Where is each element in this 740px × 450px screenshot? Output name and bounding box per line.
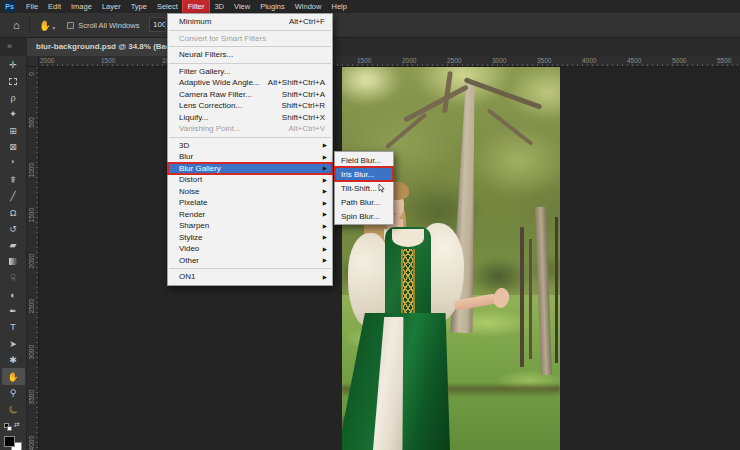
submenu-item-path-blur[interactable]: Path Blur... bbox=[335, 195, 393, 209]
menu-filter[interactable]: Filter bbox=[183, 0, 210, 13]
menu-item-sharpen[interactable]: Sharpen ▶ bbox=[168, 220, 332, 232]
photoshop-logo[interactable]: Ps bbox=[3, 1, 16, 12]
menu-item-camera-raw-filter[interactable]: Camera Raw Filter... Shift+Ctrl+A bbox=[168, 89, 332, 101]
photoshop-window: 2000 1500 1000 1500 2000 2500 3000 3500 … bbox=[0, 0, 740, 450]
menu-item-distort[interactable]: Distort ▶ bbox=[168, 174, 332, 186]
menu-separator bbox=[169, 63, 331, 64]
brush-tool[interactable]: ╱ bbox=[2, 188, 25, 204]
chevron-down-icon[interactable]: ▾ bbox=[52, 24, 55, 31]
scroll-all-windows-checkbox[interactable] bbox=[67, 22, 74, 29]
eraser-tool[interactable]: ▰ bbox=[2, 237, 25, 253]
pen-tool[interactable]: ✒ bbox=[2, 303, 25, 319]
menu-file[interactable]: File bbox=[21, 0, 43, 13]
horizontal-ruler: 2000 1500 1000 1500 2000 2500 3000 3500 … bbox=[27, 56, 740, 67]
swap-colors-icon[interactable]: ⇄ bbox=[14, 421, 20, 429]
healing-brush-tool[interactable]: ☤ bbox=[2, 172, 25, 188]
ruler-label: 3500 bbox=[537, 57, 551, 64]
lasso-tool[interactable]: ρ bbox=[2, 90, 25, 106]
scroll-all-windows-label: Scroll All Windows bbox=[78, 21, 139, 30]
submenu-item-field-blur[interactable]: Field Blur... bbox=[335, 153, 393, 167]
menu-edit[interactable]: Edit bbox=[43, 0, 66, 13]
submenu-item-iris-blur[interactable]: Iris Blur... bbox=[335, 167, 393, 181]
menu-item-other[interactable]: Other ▶ bbox=[168, 255, 332, 267]
menu-layer[interactable]: Layer bbox=[97, 0, 126, 13]
menu-image[interactable]: Image bbox=[66, 0, 97, 13]
hand-tool[interactable]: ✋ bbox=[2, 368, 25, 384]
ruler-label: 1500 bbox=[28, 208, 35, 222]
shape-tool[interactable]: ✱ bbox=[2, 352, 25, 368]
ruler-label: 1500 bbox=[101, 57, 115, 64]
menu-item-neural-filters[interactable]: Neural Filters... bbox=[168, 49, 332, 61]
hand-tool-icon[interactable]: ✋ bbox=[39, 20, 51, 31]
menu-item-shortcut: Shift+Ctrl+A bbox=[282, 90, 325, 99]
ruler-label: 2000 bbox=[402, 57, 416, 64]
menu-item-label: Spin Blur... bbox=[341, 212, 380, 221]
menu-item-label: Liquify... bbox=[179, 113, 282, 122]
photo-tree-trunk bbox=[520, 227, 524, 367]
menu-plugins[interactable]: Plugins bbox=[255, 0, 290, 13]
menu-help[interactable]: Help bbox=[326, 0, 351, 13]
menu-3d[interactable]: 3D bbox=[209, 0, 229, 13]
menu-item-blur[interactable]: Blur ▶ bbox=[168, 151, 332, 163]
menu-item-label: Stylize bbox=[179, 233, 325, 242]
photo-woman-corset-lacing bbox=[401, 249, 415, 315]
menu-item-pixelate[interactable]: Pixelate ▶ bbox=[168, 197, 332, 209]
submenu-arrow-icon: ▶ bbox=[323, 274, 327, 280]
dodge-tool[interactable]: ◐ bbox=[2, 286, 25, 302]
crop-tool[interactable]: ⊞ bbox=[2, 123, 25, 139]
type-tool[interactable]: T bbox=[2, 319, 25, 335]
menu-item-label: Field Blur... bbox=[341, 156, 381, 165]
menu-item-render[interactable]: Render ▶ bbox=[168, 209, 332, 221]
menu-item-label: Other bbox=[179, 256, 325, 265]
smudge-tool[interactable]: ☟ bbox=[2, 270, 25, 286]
menu-item-video[interactable]: Video ▶ bbox=[168, 243, 332, 255]
submenu-arrow-icon: ▶ bbox=[323, 257, 327, 263]
menu-item-shortcut: Shift+Ctrl+X bbox=[282, 113, 325, 122]
photo-woman-chemise bbox=[392, 229, 424, 247]
menu-item-lens-correction[interactable]: Lens Correction... Shift+Ctrl+R bbox=[168, 100, 332, 112]
menu-item-adaptive-wide-angle[interactable]: Adaptive Wide Angle... Alt+Shift+Ctrl+A bbox=[168, 77, 332, 89]
color-swatches[interactable] bbox=[4, 436, 23, 450]
path-selection-tool[interactable]: ➤ bbox=[2, 336, 25, 352]
menu-item-minimum[interactable]: Minimum Alt+Ctrl+F bbox=[168, 16, 332, 28]
frame-tool[interactable]: ⊠ bbox=[2, 139, 25, 155]
menu-item-on1[interactable]: ON1 ▶ bbox=[168, 271, 332, 283]
blur-gallery-submenu: Field Blur... Iris Blur... Tilt-Shift...… bbox=[334, 151, 394, 225]
menu-item-convert-smart-filters: Convert for Smart Filters bbox=[168, 33, 332, 45]
submenu-item-tilt-shift[interactable]: Tilt-Shift... bbox=[335, 181, 393, 195]
menu-separator bbox=[169, 137, 331, 138]
menu-item-noise[interactable]: Noise ▶ bbox=[168, 186, 332, 198]
menu-item-3d[interactable]: 3D ▶ bbox=[168, 140, 332, 152]
menu-item-shortcut: Alt+Shift+Ctrl+A bbox=[268, 78, 325, 87]
menu-select[interactable]: Select bbox=[152, 0, 183, 13]
menu-item-label: Render bbox=[179, 210, 325, 219]
gradient-tool[interactable] bbox=[2, 254, 25, 270]
ruler-label: 3000 bbox=[28, 345, 35, 359]
move-tool[interactable]: ✛ bbox=[2, 57, 25, 73]
eyedropper-tool[interactable]: ❜ bbox=[2, 155, 25, 171]
menu-item-stylize[interactable]: Stylize ▶ bbox=[168, 232, 332, 244]
options-divider bbox=[29, 18, 30, 33]
menu-item-blur-gallery[interactable]: Blur Gallery ▶ bbox=[168, 163, 332, 175]
history-brush-tool[interactable]: ↺ bbox=[2, 221, 25, 237]
marquee-tool[interactable] bbox=[2, 73, 25, 89]
tab-overflow-icon[interactable]: » bbox=[7, 41, 12, 51]
menu-item-label: Iris Blur... bbox=[341, 170, 374, 179]
ruler-label: 2000 bbox=[28, 254, 35, 268]
ruler-label: 0 bbox=[28, 72, 35, 76]
menu-type[interactable]: Type bbox=[126, 0, 152, 13]
document-canvas-photo bbox=[342, 67, 560, 450]
quick-selection-tool[interactable]: ✦ bbox=[2, 106, 25, 122]
menu-window[interactable]: Window bbox=[290, 0, 327, 13]
submenu-item-spin-blur[interactable]: Spin Blur... bbox=[335, 209, 393, 223]
menu-item-liquify[interactable]: Liquify... Shift+Ctrl+X bbox=[168, 112, 332, 124]
menu-view[interactable]: View bbox=[229, 0, 255, 13]
zoom-percent-field[interactable]: 100% bbox=[149, 17, 166, 32]
menu-separator bbox=[169, 268, 331, 269]
home-icon[interactable]: ⌂ bbox=[13, 19, 20, 31]
menu-item-filter-gallery[interactable]: Filter Gallery... bbox=[168, 66, 332, 78]
ruler-label: 5500 bbox=[717, 57, 731, 64]
foreground-color-swatch[interactable] bbox=[4, 436, 15, 447]
clone-stamp-tool[interactable]: Ω bbox=[2, 205, 25, 221]
ruler-label: 2500 bbox=[447, 57, 461, 64]
